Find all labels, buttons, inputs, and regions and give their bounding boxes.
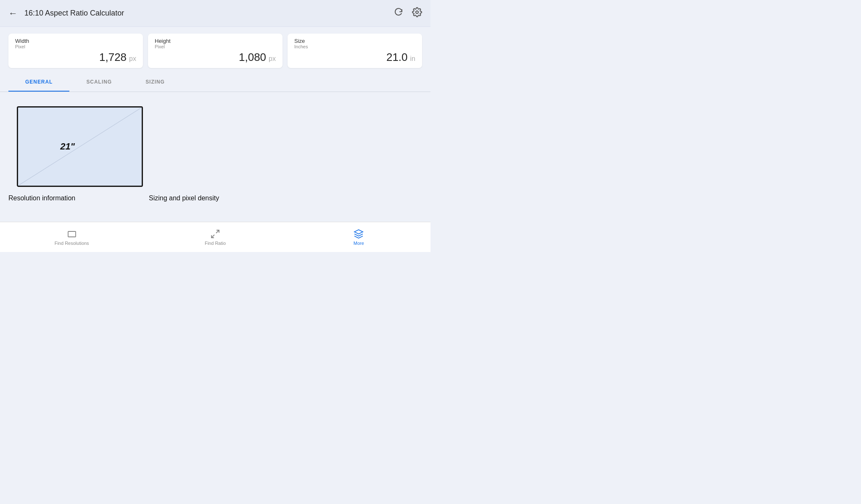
app-header: ← 16:10 Aspect Ratio Calculator	[0, 0, 430, 27]
back-button[interactable]: ←	[8, 8, 18, 19]
expand-icon	[210, 229, 220, 239]
width-value: 1,728	[99, 51, 127, 64]
tab-bar: GENERAL SCALING SIZING	[0, 73, 430, 92]
screen-center-label: 21"	[60, 141, 75, 152]
svg-line-1	[18, 108, 142, 186]
nav-find-resolutions[interactable]: Find Resolutions	[0, 226, 143, 249]
refresh-button[interactable]	[394, 7, 404, 19]
inputs-row: Width Pixel 1,728 px Height Pixel 1,080 …	[0, 27, 430, 71]
size-value-row: 21.0 in	[294, 51, 415, 64]
rectangle-icon	[67, 229, 77, 239]
size-card[interactable]: Size Inches 21.0 in	[288, 34, 422, 68]
svg-marker-5	[354, 230, 363, 234]
svg-rect-2	[68, 231, 76, 237]
nav-find-ratio-label: Find Ratio	[205, 241, 226, 246]
bottom-nav: Find Resolutions Find Ratio More	[0, 222, 430, 252]
svg-line-4	[211, 235, 214, 238]
size-label: Size	[294, 38, 415, 44]
sizing-density-heading: Sizing and pixel density	[149, 194, 422, 202]
height-unit: px	[269, 55, 276, 63]
width-unit: px	[129, 55, 136, 63]
main-content: 17.81" 11.13" 1,080 px 1,728 px 21"	[0, 92, 430, 187]
nav-more[interactable]: More	[287, 226, 430, 249]
nav-find-ratio[interactable]: Find Ratio	[143, 226, 287, 249]
size-unit: in	[410, 55, 415, 63]
height-sublabel: Pixel	[155, 44, 276, 49]
size-sublabel: Inches	[294, 44, 415, 49]
svg-line-3	[216, 230, 219, 233]
screen-diagram-wrapper: 17.81" 11.13" 1,080 px 1,728 px 21"	[8, 100, 139, 187]
height-card[interactable]: Height Pixel 1,080 px	[148, 34, 283, 68]
width-label: Width	[15, 38, 136, 44]
section-headings: Resolution information Sizing and pixel …	[0, 187, 430, 202]
layers-icon	[354, 229, 364, 239]
width-card[interactable]: Width Pixel 1,728 px	[8, 34, 143, 68]
height-label: Height	[155, 38, 276, 44]
screen-diagram: 17.81" 11.13" 1,080 px 1,728 px 21"	[17, 106, 143, 187]
height-value-row: 1,080 px	[155, 51, 276, 64]
tab-sizing[interactable]: SIZING	[129, 73, 182, 92]
nav-more-label: More	[354, 241, 364, 246]
svg-point-0	[416, 11, 418, 13]
page-title: 16:10 Aspect Ratio Calculator	[24, 9, 394, 18]
size-value: 21.0	[386, 51, 408, 64]
header-actions	[394, 7, 422, 19]
tab-general[interactable]: GENERAL	[8, 73, 69, 92]
nav-find-resolutions-label: Find Resolutions	[55, 241, 89, 246]
resolution-info-heading: Resolution information	[8, 194, 139, 202]
width-value-row: 1,728 px	[15, 51, 136, 64]
height-value: 1,080	[239, 51, 266, 64]
diagonal-line	[18, 108, 142, 186]
tab-scaling[interactable]: SCALING	[69, 73, 129, 92]
width-sublabel: Pixel	[15, 44, 136, 49]
settings-button[interactable]	[412, 7, 422, 19]
